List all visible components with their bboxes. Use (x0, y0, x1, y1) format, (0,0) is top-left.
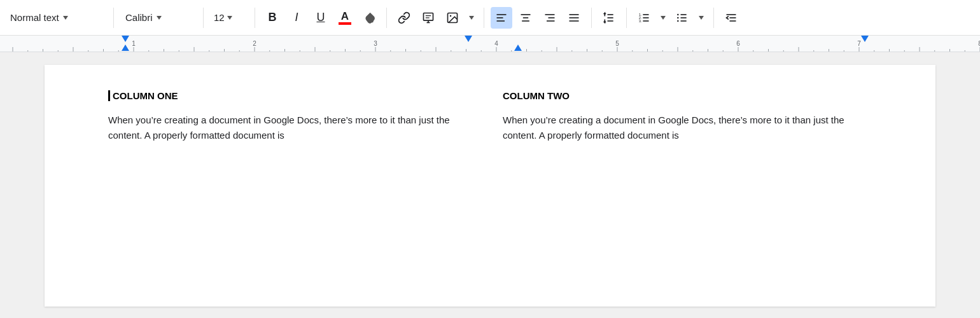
size-chevron-icon (227, 16, 232, 20)
link-icon (398, 11, 410, 24)
align-justify-button[interactable] (563, 7, 585, 29)
page: COLUMN ONE When you’re creating a docume… (45, 65, 935, 307)
svg-point-6 (450, 15, 452, 16)
style-label: Normal text (10, 12, 59, 23)
decrease-indent-icon (725, 11, 738, 24)
svg-point-33 (677, 20, 679, 22)
bulleted-list-chevron-icon (699, 16, 704, 20)
style-chevron-icon (63, 16, 68, 20)
align-center-icon (519, 11, 532, 24)
numbered-list-dropdown-button[interactable] (657, 7, 669, 29)
column-one-body[interactable]: When you’re creating a document in Googl… (108, 113, 477, 143)
insert-footnote-button[interactable] (417, 7, 439, 29)
numbered-list-chevron-icon (661, 16, 666, 20)
divider-6 (591, 8, 592, 28)
bulleted-list-icon (676, 11, 689, 24)
font-dropdown[interactable]: Calibri (120, 10, 197, 25)
column-two-heading: COLUMN TWO (503, 90, 872, 101)
image-dropdown-button[interactable] (466, 7, 477, 29)
svg-text:3.: 3. (639, 18, 642, 22)
document-area: COLUMN ONE When you’re creating a docume… (0, 52, 980, 318)
align-center-button[interactable] (515, 7, 536, 29)
bulleted-list-button[interactable] (671, 7, 693, 29)
italic-button[interactable]: I (286, 7, 307, 29)
ruler-marker-left[interactable] (122, 36, 129, 42)
align-justify-icon (568, 11, 580, 24)
footnote-icon (422, 11, 435, 24)
font-label: Calibri (125, 12, 153, 23)
style-dropdown[interactable]: Normal text (5, 10, 107, 25)
ruler-marker-left-bottom[interactable] (122, 45, 129, 51)
bold-button[interactable]: B (262, 7, 283, 29)
underline-button[interactable]: U (310, 7, 332, 29)
ruler-marker-mid[interactable] (465, 36, 472, 42)
ruler (0, 36, 980, 52)
align-left-icon (495, 11, 508, 24)
font-color-letter: A (341, 11, 349, 22)
svg-point-31 (677, 13, 679, 15)
two-column-layout: COLUMN ONE When you’re creating a docume… (108, 90, 872, 143)
divider-4 (386, 8, 387, 28)
divider-7 (626, 8, 627, 28)
font-size-dropdown[interactable]: 12 (210, 10, 248, 25)
column-one-heading: COLUMN ONE (108, 90, 477, 101)
toolbar: Normal text Calibri 12 B I U A (0, 0, 980, 36)
divider-5 (484, 8, 484, 28)
ruler-canvas (0, 36, 980, 52)
align-left-button[interactable] (491, 7, 512, 29)
divider-8 (713, 8, 714, 28)
highlight-button[interactable] (358, 7, 380, 29)
ruler-marker-right[interactable] (861, 36, 869, 42)
numbered-list-icon: 1. 2. 3. (638, 11, 650, 24)
column-two: COLUMN TWO When you’re creating a docume… (503, 90, 872, 143)
insert-image-button[interactable] (442, 7, 463, 29)
font-color-button[interactable]: A (334, 7, 356, 29)
svg-point-32 (677, 17, 679, 18)
font-size-label: 12 (214, 12, 225, 23)
font-color-bar (339, 22, 351, 25)
svg-rect-0 (424, 13, 433, 20)
decrease-indent-button[interactable] (720, 7, 742, 29)
link-button[interactable] (393, 7, 415, 29)
divider-3 (255, 8, 255, 28)
numbered-list-button[interactable]: 1. 2. 3. (633, 7, 655, 29)
column-one: COLUMN ONE When you’re creating a docume… (108, 90, 477, 143)
divider-2 (203, 8, 204, 28)
line-spacing-button[interactable] (598, 7, 620, 29)
paint-bucket-icon (363, 11, 375, 24)
divider-1 (113, 8, 114, 28)
line-spacing-icon (603, 11, 615, 24)
align-right-button[interactable] (539, 7, 561, 29)
align-right-icon (543, 11, 556, 24)
font-chevron-icon (157, 16, 162, 20)
ruler-marker-mid-bottom[interactable] (514, 45, 522, 51)
column-two-body[interactable]: When you’re creating a document in Googl… (503, 113, 872, 143)
bulleted-list-dropdown-button[interactable] (696, 7, 707, 29)
image-chevron-icon (469, 16, 474, 20)
image-icon (446, 11, 459, 24)
